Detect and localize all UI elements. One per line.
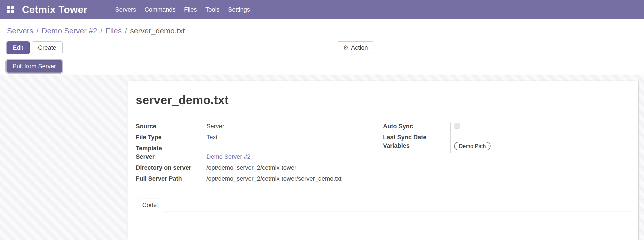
breadcrumb-current: server_demo.txt (130, 26, 185, 35)
field-label-file-type: File Type (136, 133, 206, 144)
field-value-last-sync-date (450, 133, 585, 142)
apps-grid-square (7, 10, 10, 13)
content-background: server_demo.txt Source Server File Type … (0, 75, 644, 240)
main-menu: Servers Commands Files Tools Settings (111, 0, 254, 19)
variable-tag: Demo Path (454, 142, 490, 150)
apps-grid-square (11, 6, 14, 9)
menu-item-servers[interactable]: Servers (111, 0, 140, 19)
field-label-source: Source (136, 122, 206, 133)
apps-grid-square (7, 6, 10, 9)
breadcrumb-separator: / (125, 26, 127, 35)
breadcrumb-separator: / (36, 26, 38, 35)
tab-code[interactable]: Code (136, 199, 163, 212)
apps-grid-square (11, 10, 14, 13)
field-label-directory: Directory on server (136, 164, 206, 175)
notebook-divider (136, 212, 632, 212)
control-panel: Servers / Demo Server #2 / Files / serve… (0, 19, 644, 75)
server-record-link[interactable]: Demo Server #2 (206, 153, 251, 160)
right-field-group: Auto Sync Last Sync Date Variables Demo … (383, 122, 585, 153)
app-brand[interactable]: Cetmix Tower (22, 4, 87, 15)
top-navbar: Cetmix Tower Servers Commands Files Tool… (0, 0, 644, 19)
action-button-label: Action (351, 44, 368, 51)
breadcrumb-separator: / (100, 26, 102, 35)
field-value-directory: /opt/demo_server_2/cetmix-tower (206, 164, 376, 175)
field-value-source: Server (206, 122, 376, 133)
menu-item-commands[interactable]: Commands (140, 0, 180, 19)
left-field-group: Source Server File Type Text Template Se… (136, 122, 376, 186)
edit-button[interactable]: Edit (6, 41, 30, 54)
breadcrumb-link-demo-server[interactable]: Demo Server #2 (42, 26, 98, 35)
field-value-file-type: Text (206, 133, 376, 144)
form-sheet: server_demo.txt Source Server File Type … (127, 81, 638, 240)
record-title: server_demo.txt (136, 93, 638, 107)
menu-item-settings[interactable]: Settings (224, 0, 254, 19)
field-label-last-sync-date: Last Sync Date (383, 133, 450, 142)
field-label-server: Server (136, 153, 206, 164)
menu-item-files[interactable]: Files (180, 0, 201, 19)
field-label-full-server-path: Full Server Path (136, 175, 206, 186)
field-value-auto-sync (450, 122, 585, 133)
breadcrumb-link-files[interactable]: Files (106, 26, 122, 35)
field-value-variables: Demo Path (450, 142, 585, 153)
field-label-template: Template (136, 144, 206, 153)
pull-from-server-button[interactable]: Pull from Server (6, 60, 62, 73)
create-button[interactable]: Create (32, 41, 62, 54)
form-buttons: Edit Create (6, 41, 62, 54)
menu-item-tools[interactable]: Tools (201, 0, 224, 19)
breadcrumb-link-servers[interactable]: Servers (7, 26, 33, 35)
gear-icon: ⚙ (343, 45, 348, 51)
field-value-template (206, 144, 376, 153)
auto-sync-checkbox[interactable] (454, 123, 460, 129)
field-value-full-server-path: /opt/demo_server_2/cetmix-tower/server_d… (206, 175, 376, 186)
field-value-server: Demo Server #2 (206, 153, 376, 164)
field-label-auto-sync: Auto Sync (383, 122, 450, 133)
breadcrumb: Servers / Demo Server #2 / Files / serve… (7, 26, 185, 35)
field-label-variables: Variables (383, 142, 450, 153)
apps-grid-icon[interactable] (7, 6, 14, 13)
action-button[interactable]: ⚙ Action (337, 41, 374, 54)
